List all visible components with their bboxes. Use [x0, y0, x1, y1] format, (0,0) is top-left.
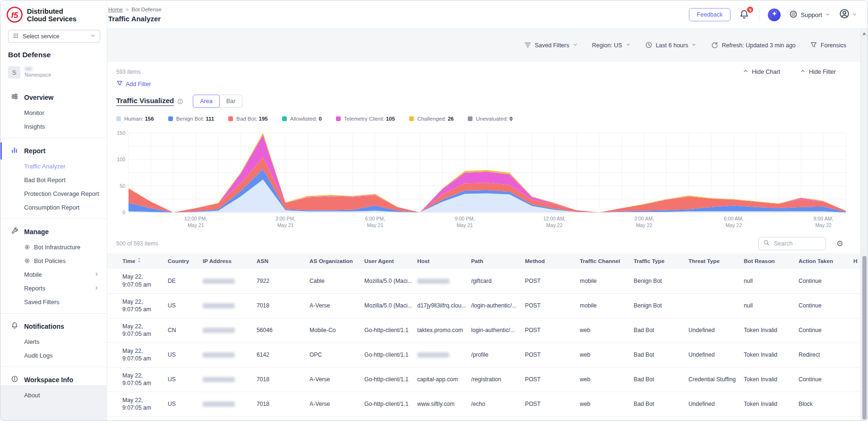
area-toggle-button[interactable]: Area — [193, 95, 219, 108]
cell-host — [413, 416, 466, 421]
table-row[interactable]: May 22, 9:07:05 amUS7018A-VerseGo-http-c… — [107, 367, 861, 392]
legend-item-challenged[interactable]: Challenged: 26 — [409, 116, 454, 122]
saved-filters-dropdown[interactable]: Saved Filters — [524, 41, 578, 50]
cell-traffic_channel: web — [575, 367, 629, 392]
cell-h — [849, 318, 861, 342]
sidebar-item-monitor[interactable]: Monitor — [0, 106, 107, 120]
cell-ip — [198, 367, 252, 392]
sidebar-item-about[interactable]: About — [0, 388, 107, 402]
cell-method: POST — [520, 342, 575, 367]
sidebar-item-insights[interactable]: Insights — [0, 120, 107, 133]
notifications-bell[interactable]: 5 — [739, 9, 750, 20]
cell-country: CN — [163, 318, 198, 342]
nav-section-header[interactable]: Workspace Info — [0, 371, 107, 388]
svg-text:3:00 PM,: 3:00 PM, — [275, 216, 295, 221]
nav-section-notifications: NotificationsAlertsAudit Logs — [0, 318, 107, 362]
sidebar-item-bot-policies[interactable]: Bot Policies — [0, 254, 107, 268]
user-menu[interactable] — [839, 8, 857, 21]
bar-chart-icon — [11, 146, 18, 156]
cell-threat_type — [684, 293, 739, 318]
legend-item-benign-bot[interactable]: Benign Bot: 111 — [168, 116, 215, 122]
scroll-up-arrow[interactable] — [862, 32, 866, 35]
svg-text:May 22: May 22 — [636, 222, 653, 228]
sidebar-item-audit-logs[interactable]: Audit Logs — [0, 349, 107, 362]
cell-threat_type: Undefined — [684, 318, 739, 342]
cell-user_agent — [360, 416, 413, 421]
cell-host: taktex.promo.com — [413, 318, 466, 342]
cell-h — [849, 269, 861, 293]
nav-section-overview: OverviewMonitorInsights — [0, 89, 107, 133]
refresh-icon — [711, 41, 718, 50]
add-filter-button[interactable]: Add Filter — [116, 80, 151, 88]
legend-swatch — [116, 116, 121, 121]
time-range-dropdown[interactable]: Last 6 hours — [645, 41, 697, 50]
cell-traffic_type: Bad Bot — [629, 367, 684, 392]
nav-section-header[interactable]: Report — [0, 142, 107, 159]
search-input[interactable] — [773, 240, 821, 247]
sidebar-item-consumption-report[interactable]: Consumption Report — [0, 201, 107, 214]
support-menu[interactable]: @ Support — [789, 10, 830, 20]
f5-logo-icon: f5 — [6, 6, 23, 25]
refresh-button[interactable]: Refresh: Updated 3 min ago — [711, 41, 795, 50]
bar-toggle-button[interactable]: Bar — [219, 95, 242, 108]
sidebar-item-traffic-analyzer[interactable]: Traffic Analyzer — [0, 159, 107, 173]
nav-section-header[interactable]: Overview — [0, 89, 107, 106]
sidebar-item-reports[interactable]: Reports — [0, 281, 107, 295]
sidebar-item-protection-coverage-report[interactable]: Protection Coverage Report — [0, 187, 107, 201]
cell-traffic_type — [629, 416, 684, 421]
legend-item-human[interactable]: Human: 156 — [116, 116, 154, 122]
cell-bot_reason: Token Invalid — [739, 392, 794, 416]
hide-filter-button[interactable]: Hide Filter — [800, 68, 836, 75]
forensics-button[interactable]: Forensics — [810, 41, 846, 50]
column-header-time[interactable]: Time — [107, 253, 163, 269]
nav-section-header[interactable]: Notifications — [0, 318, 107, 335]
table-row[interactable]: May 22, 9:07:05 amUS7018A-VerseMozilla/5… — [107, 293, 861, 318]
bell-icon — [739, 13, 749, 21]
column-header-traffic_type: Traffic Type — [629, 253, 684, 269]
redacted-value — [203, 402, 235, 407]
svg-text:12:00 AM,: 12:00 AM, — [543, 216, 566, 221]
brand: f5 Distributed Cloud Services — [0, 5, 107, 25]
info-icon[interactable] — [177, 98, 183, 105]
chart-canvas: 05010015012:00 PM,May 213:00 PM,May 216:… — [107, 122, 861, 235]
sidebar-item-mobile[interactable]: Mobile — [0, 268, 107, 281]
legend-item-allowlisted[interactable]: Allowlisted: 0 — [282, 116, 322, 122]
hide-chart-button[interactable]: Hide Chart — [743, 68, 780, 75]
gear-icon[interactable]: ⚙ — [836, 240, 843, 248]
namespace-row[interactable]: S Namespace — [8, 66, 99, 79]
legend-item-telemetry-client[interactable]: Telemetry Client: 105 — [336, 116, 395, 122]
namespace-avatar: S — [8, 66, 20, 79]
table-row[interactable]: May 22, 9:07:05 amDE7922CableMozilla/5.0… — [107, 269, 861, 293]
cell-traffic_type: Benign Bot — [629, 293, 684, 318]
breadcrumb-home-link[interactable]: Home — [108, 7, 123, 12]
table-row[interactable] — [107, 416, 861, 421]
column-header-user_agent: User Agent — [360, 253, 413, 269]
legend-item-bad-bot[interactable]: Bad Bot: 195 — [228, 116, 268, 122]
sidebar-item-bot-infrastructure[interactable]: Bot Infrastructure — [0, 240, 107, 254]
scrollbar-thumb[interactable] — [862, 256, 867, 420]
search-icon — [763, 239, 770, 248]
table-row[interactable]: May 22, 9:07:05 amCN56046Mobile-CoGo-htt… — [107, 318, 861, 342]
ai-assistant-button[interactable] — [768, 9, 781, 21]
nav-divider — [0, 313, 107, 314]
redacted-value — [203, 352, 235, 358]
feedback-button[interactable]: Feedback — [689, 8, 731, 21]
region-dropdown[interactable]: Region: US — [592, 42, 631, 49]
nav-section-header[interactable]: Manage — [0, 223, 107, 240]
cell-as_org: Mobile-Co — [305, 318, 360, 342]
sidebar-item-saved-filters[interactable]: Saved Filters — [0, 295, 107, 309]
header-divider — [759, 9, 759, 21]
legend-item-unevaluated[interactable]: Unevaluated: 0 — [468, 116, 512, 122]
sidebar-item-bad-bot-report[interactable]: Bad Bot Report — [0, 173, 107, 187]
svg-text:May 22: May 22 — [546, 222, 563, 228]
cell-path: /registration — [466, 367, 520, 392]
cell-threat_type — [684, 416, 739, 421]
nav-section-manage: ManageBot InfrastructureBot PoliciesMobi… — [0, 223, 107, 309]
select-service-dropdown[interactable]: Select service — [8, 30, 100, 43]
sidebar-item-alerts[interactable]: Alerts — [0, 335, 107, 349]
cell-country: US — [163, 367, 198, 392]
cell-as_org: A-Verse — [305, 367, 360, 392]
svg-text:9:00 AM,: 9:00 AM, — [814, 216, 833, 221]
table-row[interactable]: May 22, 9:07:05 amUS6142OPCGo-http-clien… — [107, 342, 861, 367]
table-row[interactable]: May 22, 9:07:05 amUS7018A-VerseGo-http-c… — [107, 392, 861, 416]
